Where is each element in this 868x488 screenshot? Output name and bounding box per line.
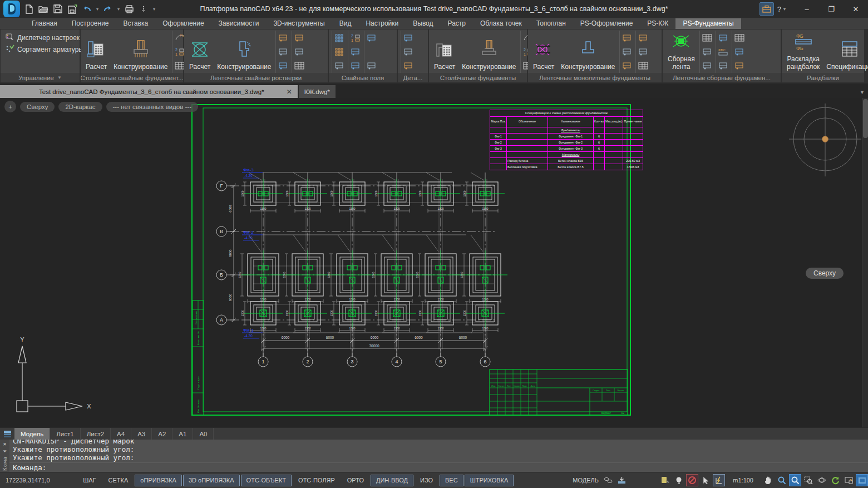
nanocad-logo-icon[interactable] bbox=[3, 1, 20, 17]
small-tool-icon-lvl2[interactable] bbox=[638, 46, 649, 57]
status-toggle-ДИН-ВВОД[interactable]: ДИН-ВВОД bbox=[371, 475, 413, 486]
help-caret-icon[interactable]: ▼ bbox=[782, 7, 787, 12]
ribbon-button-расчет[interactable]: Расчет bbox=[530, 31, 558, 73]
restore-button[interactable]: ❐ bbox=[819, 0, 844, 18]
small-tool-icon-tbl[interactable] bbox=[638, 60, 649, 71]
visual-style-pill[interactable]: 2D-каркас bbox=[58, 102, 102, 112]
annotation-import-icon[interactable] bbox=[615, 474, 628, 486]
small-tool-icon-step[interactable] bbox=[366, 60, 377, 71]
customize-toolbar-icon[interactable] bbox=[137, 2, 150, 16]
layout-tab-A2[interactable]: A2 bbox=[152, 428, 172, 440]
command-close-icon[interactable]: ✕ bbox=[3, 441, 6, 447]
rebar-assortment-button[interactable]: Сортамент арматуры bbox=[6, 45, 83, 54]
annoscale-chain-icon[interactable] bbox=[602, 474, 614, 486]
layout-tab-Лист2[interactable]: Лист2 bbox=[81, 428, 111, 440]
save-icon[interactable] bbox=[51, 2, 65, 16]
minimize-button[interactable]: – bbox=[795, 0, 819, 18]
ribbon-tab-14[interactable]: PS-КЖ bbox=[640, 18, 675, 29]
document-tab-1[interactable]: Test drive_nanoCAD Фундаменты_3_6_столб … bbox=[0, 85, 298, 98]
small-tool-icon-pilemv[interactable] bbox=[350, 46, 361, 57]
ribbon-button-расчет[interactable]: Расчет bbox=[186, 31, 214, 73]
small-tool-icon-arc2[interactable] bbox=[278, 46, 289, 57]
ribbon-button-расчет[interactable]: Расчет bbox=[82, 31, 110, 73]
small-tool-icon-tbl[interactable] bbox=[294, 60, 305, 71]
ribbon-tab-10[interactable]: Растр bbox=[441, 18, 473, 29]
ribbon-tab-3[interactable]: Вставка bbox=[116, 18, 156, 29]
ribbon-button-спецификация[interactable]: Спецификация bbox=[823, 31, 868, 73]
small-tool-icon-lvl[interactable] bbox=[702, 60, 713, 71]
scrollbar-thumb[interactable] bbox=[863, 99, 868, 138]
ribbon-tab-6[interactable]: 3D-инструменты bbox=[266, 18, 332, 29]
small-tool-icon-grid[interactable] bbox=[622, 46, 633, 57]
small-tool-icon-fld[interactable] bbox=[334, 60, 345, 71]
bulb-icon[interactable] bbox=[673, 474, 685, 486]
layout-tab-A0[interactable]: A0 bbox=[193, 428, 214, 440]
layout-tab-Лист1[interactable]: Лист1 bbox=[50, 428, 80, 440]
ribbon-tab-7[interactable]: Вид bbox=[332, 18, 359, 29]
linked-views-pill[interactable]: --- нет связанных видов --- bbox=[106, 102, 198, 112]
ribbon-button-конструирование[interactable]: Конструирование bbox=[458, 31, 519, 73]
ribbon-button-сборная-лента[interactable]: Сборная лента bbox=[664, 31, 698, 73]
small-tool-icon-tbl[interactable] bbox=[702, 32, 713, 43]
status-toggle-ИЗО[interactable]: ИЗО bbox=[415, 475, 438, 486]
small-tool-icon-oo[interactable] bbox=[278, 60, 289, 71]
ribbon-tab-11[interactable]: Облака точек bbox=[473, 18, 529, 29]
layout-tab-Модель[interactable]: Модель bbox=[14, 428, 50, 440]
redo-icon-caret[interactable]: ▾ bbox=[116, 7, 121, 12]
status-toggle-ШАГ[interactable]: ШАГ bbox=[77, 475, 101, 486]
annovis-cursor-bulb-icon[interactable] bbox=[659, 474, 672, 486]
small-tool-icon-blk[interactable] bbox=[734, 46, 745, 57]
print-icon[interactable] bbox=[122, 2, 136, 16]
view-direction-pill[interactable]: Сверху bbox=[20, 102, 55, 112]
redo-icon[interactable] bbox=[101, 2, 115, 16]
doc-tab-close-icon[interactable]: ✕ bbox=[287, 88, 292, 96]
ucs-dynamic-icon[interactable] bbox=[713, 474, 725, 486]
ribbon-button-конструирование[interactable]: Конструирование bbox=[558, 31, 618, 73]
zoom-realtime-icon[interactable] bbox=[789, 474, 801, 486]
viewport-plus-button[interactable]: + bbox=[4, 101, 16, 112]
command-line-panel[interactable]: ✕ ⏷ Кома CN-MARKDISP - Диспетчер марокУк… bbox=[0, 440, 868, 472]
settings-manager-button[interactable]: Диспетчер настроек bbox=[6, 33, 83, 42]
small-tool-icon-det2[interactable] bbox=[403, 46, 414, 57]
scale-label[interactable]: m1:100 bbox=[733, 477, 753, 484]
status-toggle-ОТС-ПОЛЯР[interactable]: ОТС-ПОЛЯР bbox=[293, 475, 341, 486]
ribbon-tab-2[interactable]: Построение bbox=[65, 18, 116, 29]
orbit-icon[interactable] bbox=[816, 474, 828, 486]
zoom-window-icon[interactable] bbox=[802, 474, 815, 486]
status-toggle-ВЕС[interactable]: ВЕС bbox=[440, 475, 463, 486]
document-tab-2[interactable]: КЖ.dwg* bbox=[299, 85, 336, 98]
close-button[interactable]: ✕ bbox=[844, 0, 868, 18]
small-tool-icon-fbs[interactable]: ФБС bbox=[718, 46, 729, 57]
regen-icon[interactable] bbox=[829, 474, 841, 486]
small-tool-icon-marker[interactable] bbox=[718, 60, 729, 71]
layout-tab-A4[interactable]: A4 bbox=[111, 428, 131, 440]
doc-tabs-caret-icon[interactable]: ▼ bbox=[860, 90, 865, 95]
status-toggle-СЕТКА[interactable]: СЕТКА bbox=[103, 475, 134, 486]
status-toggle-ШТРИХОВКА[interactable]: ШТРИХОВКА bbox=[465, 475, 514, 486]
status-toggle-3D-оПРИВЯЗКА[interactable]: 3D оПРИВЯЗКА bbox=[183, 475, 240, 486]
status-toggle-ОРТО[interactable]: ОРТО bbox=[342, 475, 369, 486]
ribbon-tab-15[interactable]: PS-Фундаменты bbox=[675, 18, 741, 29]
small-tool-icon-tbl2[interactable] bbox=[734, 32, 745, 43]
panel-caret-icon[interactable]: ▼ bbox=[57, 75, 62, 80]
compass-view-label[interactable]: Сверху bbox=[806, 268, 844, 279]
ribbon-button-конструирование[interactable]: Конструирование bbox=[110, 31, 171, 73]
command-pin-icon[interactable]: ⏷ bbox=[3, 448, 7, 455]
small-tool-icon-num[interactable]: 21 bbox=[350, 32, 361, 43]
ribbon-tab-8[interactable]: Настройки bbox=[358, 18, 406, 29]
toolbox-icon[interactable] bbox=[760, 2, 774, 16]
small-tool-icon-fbs2[interactable] bbox=[702, 46, 713, 57]
small-tool-icon-elev[interactable] bbox=[366, 32, 377, 43]
small-tool-icon-arc[interactable] bbox=[638, 32, 649, 43]
ribbon-button-конструирование[interactable]: Конструирование bbox=[214, 31, 274, 73]
vertical-scrollbar[interactable] bbox=[862, 98, 868, 427]
small-tool-icon-arc[interactable] bbox=[278, 32, 289, 43]
help-button[interactable]: ? bbox=[777, 5, 781, 13]
undo-icon[interactable] bbox=[80, 2, 93, 16]
small-tool-icon-det3[interactable] bbox=[403, 60, 414, 71]
small-tool-icon-dots[interactable] bbox=[334, 32, 345, 43]
zoom-icon[interactable] bbox=[776, 474, 788, 486]
command-prompt-input[interactable]: Команда: bbox=[9, 462, 868, 472]
new-file-icon[interactable] bbox=[22, 2, 36, 16]
small-tool-icon-dots2[interactable] bbox=[334, 46, 345, 57]
